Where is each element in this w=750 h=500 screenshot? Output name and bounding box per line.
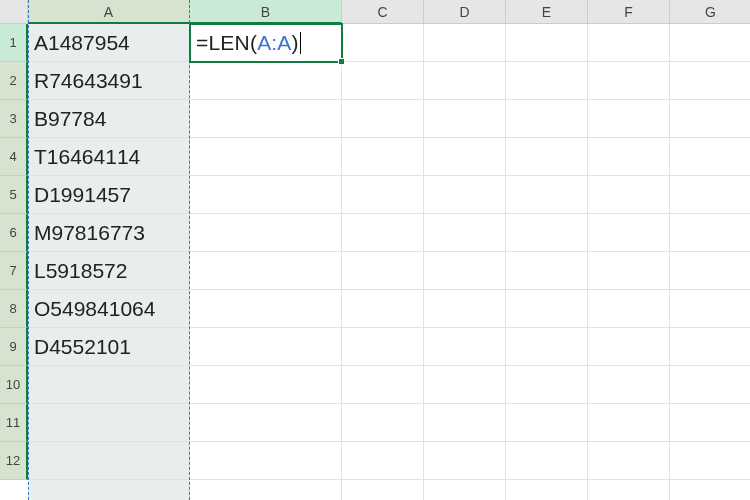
row-header-4[interactable]: 4 [0, 138, 28, 176]
cell-D3[interactable] [424, 100, 506, 138]
cell-G7[interactable] [670, 252, 750, 290]
cell-G1[interactable] [670, 24, 750, 62]
cell-E11[interactable] [506, 404, 588, 442]
row-header-1[interactable]: 1 [0, 24, 28, 62]
cell-A7[interactable]: L5918572 [28, 252, 190, 290]
cell-D7[interactable] [424, 252, 506, 290]
cell-D10[interactable] [424, 366, 506, 404]
cell-G13[interactable] [670, 480, 750, 500]
cell-G11[interactable] [670, 404, 750, 442]
cell-G8[interactable] [670, 290, 750, 328]
cell-F8[interactable] [588, 290, 670, 328]
cell-F9[interactable] [588, 328, 670, 366]
cell-C1[interactable] [342, 24, 424, 62]
cell-D13[interactable] [424, 480, 506, 500]
cell-B5[interactable] [190, 176, 342, 214]
cell-A3[interactable]: B97784 [28, 100, 190, 138]
cell-C3[interactable] [342, 100, 424, 138]
cell-G4[interactable] [670, 138, 750, 176]
cell-C9[interactable] [342, 328, 424, 366]
cell-F5[interactable] [588, 176, 670, 214]
cell-G5[interactable] [670, 176, 750, 214]
row-header-10[interactable]: 10 [0, 366, 28, 404]
cell-A10[interactable] [28, 366, 190, 404]
col-header-C[interactable]: C [342, 0, 424, 24]
cell-B10[interactable] [190, 366, 342, 404]
cell-C11[interactable] [342, 404, 424, 442]
cell-B12[interactable] [190, 442, 342, 480]
cell-D5[interactable] [424, 176, 506, 214]
cell-F4[interactable] [588, 138, 670, 176]
cell-F6[interactable] [588, 214, 670, 252]
row-header-2[interactable]: 2 [0, 62, 28, 100]
cell-E5[interactable] [506, 176, 588, 214]
cell-B7[interactable] [190, 252, 342, 290]
cell-B4[interactable] [190, 138, 342, 176]
cell-D8[interactable] [424, 290, 506, 328]
col-header-F[interactable]: F [588, 0, 670, 24]
cell-C2[interactable] [342, 62, 424, 100]
cell-F10[interactable] [588, 366, 670, 404]
cell-E2[interactable] [506, 62, 588, 100]
col-header-B[interactable]: B [190, 0, 342, 24]
col-header-D[interactable]: D [424, 0, 506, 24]
cell-E6[interactable] [506, 214, 588, 252]
cell-C12[interactable] [342, 442, 424, 480]
cell-D9[interactable] [424, 328, 506, 366]
cell-D4[interactable] [424, 138, 506, 176]
cell-F7[interactable] [588, 252, 670, 290]
cell-A8[interactable]: O549841064 [28, 290, 190, 328]
cell-A1[interactable]: A1487954 [28, 24, 190, 62]
cell-A6[interactable]: M97816773 [28, 214, 190, 252]
row-header-12[interactable]: 12 [0, 442, 28, 480]
col-header-E[interactable]: E [506, 0, 588, 24]
cell-C10[interactable] [342, 366, 424, 404]
row-header-11[interactable]: 11 [0, 404, 28, 442]
row-header-8[interactable]: 8 [0, 290, 28, 328]
cell-B3[interactable] [190, 100, 342, 138]
cell-E1[interactable] [506, 24, 588, 62]
cell-B9[interactable] [190, 328, 342, 366]
col-header-A[interactable]: A [28, 0, 190, 24]
cell-A2[interactable]: R74643491 [28, 62, 190, 100]
cell-F1[interactable] [588, 24, 670, 62]
cell-B6[interactable] [190, 214, 342, 252]
cell-C7[interactable] [342, 252, 424, 290]
cell-G2[interactable] [670, 62, 750, 100]
row-header-5[interactable]: 5 [0, 176, 28, 214]
cell-E13[interactable] [506, 480, 588, 500]
cell-G3[interactable] [670, 100, 750, 138]
cell-D11[interactable] [424, 404, 506, 442]
cell-C13[interactable] [342, 480, 424, 500]
row-header-6[interactable]: 6 [0, 214, 28, 252]
select-all-corner[interactable] [0, 0, 28, 24]
cell-C6[interactable] [342, 214, 424, 252]
cell-A12[interactable] [28, 442, 190, 480]
cell-B2[interactable] [190, 62, 342, 100]
cell-A5[interactable]: D1991457 [28, 176, 190, 214]
cell-E9[interactable] [506, 328, 588, 366]
cell-E10[interactable] [506, 366, 588, 404]
col-header-G[interactable]: G [670, 0, 750, 24]
cell-E3[interactable] [506, 100, 588, 138]
cell-B8[interactable] [190, 290, 342, 328]
cell-A9[interactable]: D4552101 [28, 328, 190, 366]
cell-D12[interactable] [424, 442, 506, 480]
cell-C5[interactable] [342, 176, 424, 214]
cell-E7[interactable] [506, 252, 588, 290]
fill-handle[interactable] [338, 58, 345, 65]
cell-G10[interactable] [670, 366, 750, 404]
row-header-7[interactable]: 7 [0, 252, 28, 290]
cell-C4[interactable] [342, 138, 424, 176]
cell-G12[interactable] [670, 442, 750, 480]
cell-C8[interactable] [342, 290, 424, 328]
cell-F11[interactable] [588, 404, 670, 442]
cell-D1[interactable] [424, 24, 506, 62]
cell-A13[interactable] [28, 480, 190, 500]
cell-F13[interactable] [588, 480, 670, 500]
cell-F3[interactable] [588, 100, 670, 138]
cell-B1[interactable]: =LEN(A:A) [190, 24, 342, 62]
cell-A11[interactable] [28, 404, 190, 442]
cell-A4[interactable]: T16464114 [28, 138, 190, 176]
cell-E8[interactable] [506, 290, 588, 328]
